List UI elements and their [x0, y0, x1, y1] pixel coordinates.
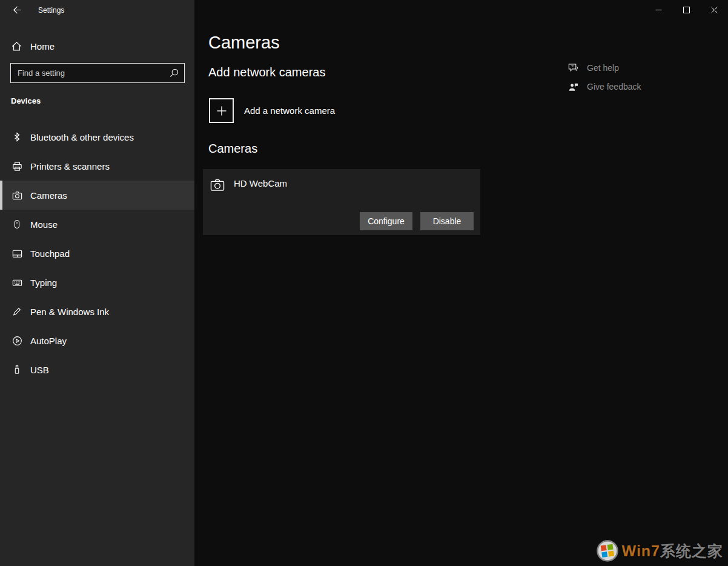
back-button[interactable]: [4, 0, 29, 19]
search-box: [10, 63, 185, 83]
configure-button[interactable]: Configure: [360, 212, 412, 230]
add-network-camera-label: Add a network camera: [244, 105, 335, 116]
home-icon: [11, 41, 22, 52]
sidebar-item-label: Bluetooth & other devices: [30, 132, 134, 142]
sidebar-item-usb[interactable]: USB: [0, 355, 194, 384]
sidebar-item-label: Typing: [30, 278, 57, 288]
touchpad-icon: [11, 248, 23, 259]
give-feedback-label: Give feedback: [587, 82, 641, 92]
bluetooth-icon: [11, 132, 23, 142]
sidebar: Settings Home Devices: [0, 0, 194, 566]
page-title: Cameras: [208, 33, 280, 53]
device-actions: Configure Disable: [360, 212, 474, 230]
pen-icon: [11, 306, 23, 317]
maximize-button[interactable]: [672, 0, 700, 19]
watermark-cn: 系统之家: [660, 542, 723, 559]
back-arrow-icon: [12, 5, 22, 15]
sidebar-item-cameras[interactable]: Cameras: [0, 181, 194, 210]
keyboard-icon: [11, 277, 23, 288]
get-help-link[interactable]: Get help: [568, 61, 641, 75]
watermark: Win7系统之家: [596, 539, 724, 562]
sidebar-item-touchpad[interactable]: Touchpad: [0, 239, 194, 268]
window-title: Settings: [38, 0, 64, 21]
plus-icon: [209, 98, 234, 123]
camera-device-card[interactable]: HD WebCam Configure Disable: [203, 169, 480, 235]
main-content: Cameras Add network cameras Add a networ…: [194, 0, 728, 566]
sidebar-item-label: Mouse: [30, 219, 58, 230]
minimize-icon: [655, 7, 662, 13]
watermark-text: Win7系统之家: [622, 541, 724, 561]
minimize-button[interactable]: [644, 0, 672, 19]
get-help-label: Get help: [587, 63, 619, 73]
autoplay-icon: [11, 335, 23, 347]
sidebar-item-label: Touchpad: [30, 248, 70, 259]
sidebar-item-typing[interactable]: Typing: [0, 268, 194, 297]
give-feedback-link[interactable]: Give feedback: [568, 80, 641, 93]
sidebar-item-mouse[interactable]: Mouse: [0, 210, 194, 239]
window-controls: [644, 0, 728, 19]
sidebar-item-printers[interactable]: Printers & scanners: [0, 151, 194, 181]
feedback-icon: [568, 81, 579, 93]
sidebar-item-label: Home: [30, 41, 55, 52]
close-icon: [711, 7, 718, 13]
sidebar-item-bluetooth[interactable]: Bluetooth & other devices: [0, 122, 194, 151]
usb-icon: [11, 364, 23, 375]
add-network-camera-button[interactable]: Add a network camera: [209, 98, 335, 123]
sidebar-item-label: Pen & Windows Ink: [30, 307, 109, 317]
sidebar-item-pen[interactable]: Pen & Windows Ink: [0, 297, 194, 326]
device-name: HD WebCam: [234, 178, 287, 188]
sidebar-item-label: AutoPlay: [30, 336, 67, 346]
sidebar-item-label: Cameras: [30, 190, 67, 201]
camera-icon: [11, 190, 23, 201]
heading-cameras: Cameras: [208, 142, 257, 156]
sidebar-item-autoplay[interactable]: AutoPlay: [0, 326, 194, 355]
disable-button[interactable]: Disable: [420, 212, 474, 230]
printer-icon: [11, 161, 23, 172]
heading-add-network-cameras: Add network cameras: [208, 65, 325, 79]
search-input[interactable]: [11, 64, 164, 82]
webcam-icon: [209, 176, 226, 193]
settings-window: Settings Home Devices: [0, 0, 728, 566]
sidebar-item-label: USB: [30, 365, 49, 375]
help-panel: Get help Give feedback: [568, 61, 641, 93]
sidebar-nav: Bluetooth & other devices Printers & sca…: [0, 122, 194, 384]
watermark-logo: [596, 539, 619, 562]
section-label-devices: Devices: [11, 96, 41, 105]
search-icon[interactable]: [164, 64, 184, 82]
sidebar-item-home[interactable]: Home: [0, 35, 194, 57]
watermark-en: Win7: [622, 542, 661, 559]
close-button[interactable]: [700, 0, 728, 19]
maximize-icon: [683, 7, 690, 13]
mouse-icon: [11, 219, 23, 230]
sidebar-item-label: Printers & scanners: [30, 161, 110, 171]
get-help-icon: [568, 62, 579, 74]
